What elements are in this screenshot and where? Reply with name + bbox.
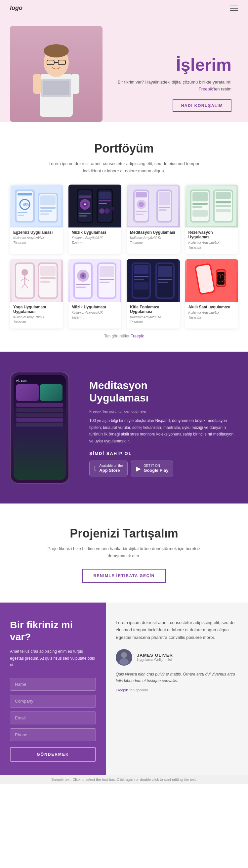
card-image-reservation xyxy=(185,185,239,227)
portfolio-title: Portföyüm xyxy=(10,142,238,156)
hamburger-menu[interactable] xyxy=(230,6,238,11)
hero-freepik-link[interactable]: Freepik xyxy=(199,87,213,91)
freepik-link[interactable]: Freepik xyxy=(116,688,128,692)
svg-rect-92 xyxy=(100,279,114,280)
svg-rect-35 xyxy=(99,192,111,199)
card-sub-smartwatch: Kullanıcı Arayüzü/UX Tasarımı xyxy=(185,310,239,320)
svg-rect-78 xyxy=(40,266,56,276)
phone-list xyxy=(16,403,63,427)
contact-cta-section: Projenizi Tartışalım Proje fikrinizi biz… xyxy=(0,503,248,602)
card-image-meditation xyxy=(127,185,180,227)
meditation-source: Freepik 'ten görüntü, 'den düğmeler xyxy=(89,409,238,413)
meditation-section: Hi, Eve! Meditasyon Uygulaması Freep xyxy=(0,352,248,503)
testimonial-author: JAMES OLIVER Uygulama Geliştiricisi xyxy=(116,649,238,665)
hero-cta-button[interactable]: HADI KONUŞALIM xyxy=(173,99,231,112)
card-sub-yoga: Kullanıcı Arayüzü/UX Tasarımı xyxy=(10,315,63,324)
card-title-fitness: Egzersiz Uygulaması xyxy=(10,227,63,236)
portfolio-section: Portföyüm Lorem ipsum dolor sit amet, co… xyxy=(0,122,248,352)
hero-section: İşlerim Bir fikrim var? Hayalinizdeki di… xyxy=(0,16,248,122)
svg-rect-22 xyxy=(40,210,52,212)
svg-rect-97 xyxy=(134,265,148,274)
testimonial-quote: Quis viverra nibh cras pulvinar mattis. … xyxy=(116,671,238,684)
card-title-music2: Müzik Uygulaması xyxy=(68,302,122,310)
author-role: Uygulama Geliştiricisi xyxy=(137,658,173,662)
svg-rect-13 xyxy=(18,193,32,195)
hero-content: İşlerim Bir fikrim var? Hayalinizdeki di… xyxy=(103,49,238,122)
bottom-right: Lorem ipsum dolor sit amet, consectetur … xyxy=(106,602,248,775)
portfolio-card-meditation[interactable]: Meditasyon Uygulaması Kullanıcı Arayüzü/… xyxy=(127,185,180,254)
svg-rect-60 xyxy=(192,210,208,217)
svg-rect-105 xyxy=(158,282,168,283)
send-button[interactable]: GÖNDERMEK xyxy=(10,747,96,762)
phone-card-purple xyxy=(16,384,39,401)
navbar: logo xyxy=(0,0,248,16)
svg-rect-32 xyxy=(79,215,87,217)
card-sub-music2: Kullanıcı Arayüzü/UX Tasarımı xyxy=(68,310,122,320)
bottom-left-description: Amet tellus cras adipiscing enim eu turp… xyxy=(10,648,96,668)
meditation-freepik-link[interactable]: Freepik xyxy=(89,409,102,413)
app-store-text: Available on the App Store xyxy=(99,464,123,473)
svg-rect-17 xyxy=(18,215,24,216)
svg-rect-88 xyxy=(76,287,86,288)
author-avatar xyxy=(116,649,132,665)
google-play-icon: ▶ xyxy=(136,465,141,472)
svg-point-39 xyxy=(105,208,110,214)
svg-rect-58 xyxy=(192,203,208,205)
portfolio-grid-row2: Yoga Uygulaması Uygulaması Kullanıcı Ara… xyxy=(10,259,238,329)
card-image-music2 xyxy=(68,259,122,302)
phone-list-item xyxy=(16,417,63,422)
portfolio-card-smartwatch[interactable]: Akıllı Saat uygulaması Kullanıcı Arayüzü… xyxy=(185,259,239,329)
portfolio-card-fitness[interactable]: 65% Egzersiz Uygulaması Kullanıcı Arayüz… xyxy=(10,185,63,254)
portfolio-footer: Ten görüntüler Freepik xyxy=(10,334,238,338)
meditation-content: Meditasyon Uygulaması Freepik 'ten görün… xyxy=(89,379,238,476)
card-title-crowd: Kitle Fonlaması Uygulaması xyxy=(127,302,180,315)
phone-card-teal xyxy=(40,384,62,401)
card-image-music xyxy=(68,185,122,227)
name-input[interactable] xyxy=(10,678,96,691)
svg-rect-80 xyxy=(40,281,50,283)
svg-rect-79 xyxy=(40,277,56,279)
sinow-label: ŞİMDİ SAHİP OL xyxy=(89,451,238,456)
portfolio-freepik-link[interactable]: Freepik xyxy=(131,334,144,338)
svg-rect-23 xyxy=(40,213,49,215)
portfolio-card-music[interactable]: Müzik Uygulaması Kullanıcı Arayüzü/UX Ta… xyxy=(68,185,122,254)
apple-icon:  xyxy=(94,465,97,472)
svg-rect-91 xyxy=(100,266,114,277)
svg-rect-65 xyxy=(216,205,231,207)
card-image-yoga xyxy=(10,259,63,302)
meditation-title: Meditasyon Uygulaması xyxy=(89,379,238,404)
email-input[interactable] xyxy=(10,712,96,724)
svg-rect-100 xyxy=(134,282,148,289)
portfolio-grid-row1: 65% Egzersiz Uygulaması Kullanıcı Arayüz… xyxy=(10,185,238,254)
card-sub-crowd: Kullanıcı Arayüzü/UX Tasarımı xyxy=(127,315,180,324)
hero-person xyxy=(10,26,103,122)
svg-rect-98 xyxy=(134,276,148,277)
contact-cta-button[interactable]: BENIMLE İRTIBATA GEÇİN xyxy=(82,569,166,583)
google-play-button[interactable]: ▶ GET IT ON Google Play xyxy=(131,461,173,476)
portfolio-card-music2[interactable]: Müzik Uygulaması Kullanıcı Arayüzü/UX Ta… xyxy=(68,259,122,329)
phone-cards xyxy=(16,384,63,401)
testimonial-main-text: Lorem ipsum dolor sit amet, consectetur … xyxy=(116,619,238,641)
phone-input[interactable] xyxy=(10,728,96,741)
app-store-button[interactable]:  Available on the App Store xyxy=(89,461,128,476)
svg-rect-8 xyxy=(33,74,41,94)
svg-rect-53 xyxy=(159,209,167,211)
company-input[interactable] xyxy=(10,695,96,708)
author-name: JAMES OLIVER xyxy=(137,653,173,658)
card-image-smartwatch xyxy=(185,259,239,302)
bottom-left-title: Bir fikriniz mi var? xyxy=(10,619,96,643)
portfolio-card-reservation[interactable]: Rezervasyon Uygulaması Kullanıcı Arayüzü… xyxy=(185,185,239,254)
hamburger-line-3 xyxy=(230,10,238,11)
svg-rect-57 xyxy=(192,192,208,202)
freepik-note: Freepik 'ten görüntü xyxy=(116,688,238,692)
bottom-section: Bir fikriniz mi var? Amet tellus cras ad… xyxy=(0,602,248,775)
card-title-reservation: Rezervasyon Uygulaması xyxy=(185,227,239,240)
card-sub-fitness: Kullanıcı Arayüzü/UX Tasarımı xyxy=(10,236,63,245)
meditation-description: 100 ye aşın bilgi birimiyle oluşturulan … xyxy=(89,417,238,444)
svg-rect-31 xyxy=(79,213,91,214)
portfolio-card-yoga[interactable]: Yoga Uygulaması Uygulaması Kullanıcı Ara… xyxy=(10,259,63,329)
svg-point-70 xyxy=(22,269,28,276)
svg-point-38 xyxy=(99,208,105,214)
portfolio-card-crowd[interactable]: Kitle Fonlaması Uygulaması Kullanıcı Ara… xyxy=(127,259,180,329)
svg-rect-51 xyxy=(159,192,170,205)
